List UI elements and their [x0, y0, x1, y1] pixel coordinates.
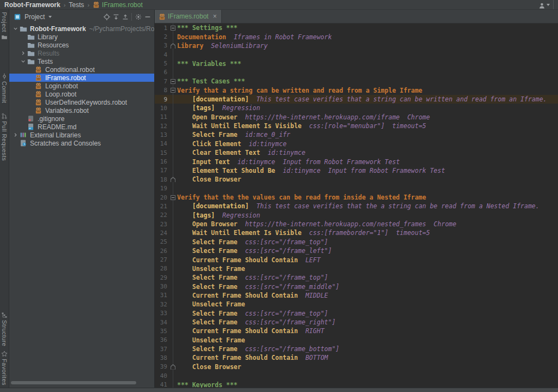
code-text[interactable]: Select Frame css:[src="/frame_right"]: [177, 318, 558, 326]
line-number[interactable]: 38: [155, 354, 169, 361]
code-text[interactable]: Documentation Iframes in Robot Framework: [177, 33, 558, 41]
line-number[interactable]: 11: [155, 113, 169, 120]
code-line-9[interactable]: 9 [documentation] This test case verifie…: [155, 95, 558, 104]
code-line-32[interactable]: 32 Unselect Frame: [155, 300, 558, 309]
tree-item-scratches-and-consoles[interactable]: Scratches and Consoles: [9, 139, 154, 147]
line-number[interactable]: 4: [155, 51, 169, 58]
fold-collapse-icon[interactable]: [171, 79, 175, 84]
code-text[interactable]: Select Frame css:[src="/frame_left"]: [177, 247, 558, 255]
code-line-41[interactable]: 41*** Keywords ***: [155, 380, 558, 388]
code-text[interactable]: [documentation] This test case verifies …: [177, 95, 558, 103]
code-line-39[interactable]: 39 Close Browser: [155, 363, 558, 371]
close-icon[interactable]: ×: [213, 13, 217, 20]
fold-end-icon[interactable]: [171, 364, 175, 370]
code-line-5[interactable]: 5*** Variables ***: [155, 59, 558, 68]
code-text[interactable]: Select Frame css:[src="/frame_bottom"]: [177, 345, 558, 353]
user-icon[interactable]: [538, 2, 545, 8]
code-line-23[interactable]: 23 Open Browser https://the-internet.her…: [155, 220, 558, 228]
user-menu[interactable]: [538, 0, 554, 9]
code-text[interactable]: Select Frame css:[src="/frame_top"]: [177, 310, 558, 317]
code-line-1[interactable]: 1*** Settings ***: [155, 23, 558, 32]
code-line-31[interactable]: 31 Current Frame Should Contain MIDDLE: [155, 291, 558, 300]
code-text[interactable]: Input Text id:tinymce Input from Robot F…: [177, 158, 558, 166]
tree-item-userdefinedkeywords-robot[interactable]: UserDefinedKeywords.robot: [9, 98, 154, 106]
code-line-14[interactable]: 14 Click Element id:tinymce: [155, 140, 558, 148]
code-line-20[interactable]: 20Verify that the the values can be read…: [155, 193, 558, 202]
code-line-30[interactable]: 30 Select Frame css:[src="/frame_middle"…: [155, 282, 558, 291]
line-number[interactable]: 7: [155, 78, 169, 85]
fold-gutter[interactable]: [169, 193, 177, 202]
code-text[interactable]: *** Settings ***: [177, 24, 558, 32]
code-line-40[interactable]: 40: [155, 371, 558, 380]
line-number[interactable]: 32: [155, 301, 169, 308]
code-line-2[interactable]: 2Documentation Iframes in Robot Framewor…: [155, 32, 558, 41]
hide-icon[interactable]: [143, 12, 152, 21]
code-line-21[interactable]: 21 [documentation] This test case verifi…: [155, 202, 558, 210]
tree-item-variables-robot[interactable]: Variables.robot: [9, 106, 154, 114]
fold-collapse-icon[interactable]: [171, 26, 175, 31]
line-number[interactable]: 3: [155, 42, 169, 49]
code-text[interactable]: Select Frame id:mce_0_ifr: [177, 131, 558, 138]
code-line-17[interactable]: 17 Element Text Should Be id:tinymce Inp…: [155, 166, 558, 175]
code-line-11[interactable]: 11 Open Browser https://the-internet.her…: [155, 113, 558, 122]
code-text[interactable]: Select Frame css:[src="/frame_top"]: [177, 238, 558, 246]
line-number[interactable]: 6: [155, 69, 169, 76]
code-line-34[interactable]: 34 Select Frame css:[src="/frame_right"]: [155, 318, 558, 327]
line-number[interactable]: 5: [155, 60, 169, 67]
line-number[interactable]: 10: [155, 105, 169, 112]
code-line-16[interactable]: 16 Input Text id:tinymce Input from Robo…: [155, 157, 558, 166]
code-line-18[interactable]: 18 Close Browser: [155, 175, 558, 184]
line-number[interactable]: 28: [155, 265, 169, 272]
tree-item-iframes-robot[interactable]: IFrames.robot: [9, 74, 154, 82]
horizontal-scrollbar[interactable]: [11, 381, 136, 384]
fold-collapse-icon[interactable]: [171, 195, 175, 200]
code-line-36[interactable]: 36 Unselect Frame: [155, 336, 558, 345]
breadcrumb-item-iframes.robot[interactable]: IFrames.robot: [93, 1, 143, 9]
fold-gutter[interactable]: [169, 77, 177, 86]
toolwindow-button-structure[interactable]: Structure: [1, 310, 8, 348]
code-text[interactable]: Select Frame css:[src="/frame_top"]: [177, 274, 558, 281]
code-text[interactable]: Element Text Should Be id:tinymce Input …: [177, 167, 558, 174]
line-number[interactable]: 22: [155, 212, 169, 219]
toolwindow-button-commit[interactable]: Commit: [1, 71, 8, 105]
line-number[interactable]: 40: [155, 372, 169, 379]
code-text[interactable]: Select Frame css:[src="/frame_middle"]: [177, 283, 558, 291]
tree-item-external-libraries[interactable]: External Libraries: [9, 131, 154, 139]
code-line-15[interactable]: 15 Clear Element Text id:tinymce: [155, 148, 558, 157]
line-number[interactable]: 17: [155, 167, 169, 174]
line-number[interactable]: 21: [155, 203, 169, 210]
code-text[interactable]: *** Variables ***: [177, 60, 558, 68]
code-line-24[interactable]: 24 Wait Until Element Is Visible css:[fr…: [155, 228, 558, 237]
tree-item-robot-framework[interactable]: Robot-Framework~/PycharmProjects/Robot-F…: [9, 25, 154, 33]
code-text[interactable]: Verify that a string can be written and …: [177, 87, 558, 94]
fold-gutter[interactable]: [169, 41, 177, 50]
code-line-28[interactable]: 28 Unselect Frame: [155, 264, 558, 273]
toolwindow-button-project[interactable]: Project: [1, 10, 8, 43]
fold-gutter[interactable]: [169, 175, 177, 184]
fold-end-icon[interactable]: [171, 177, 175, 182]
line-number[interactable]: 16: [155, 158, 169, 165]
fold-gutter[interactable]: [169, 363, 177, 371]
line-number[interactable]: 15: [155, 149, 169, 156]
line-number[interactable]: 13: [155, 131, 169, 138]
line-number[interactable]: 8: [155, 87, 169, 94]
code-text[interactable]: Unselect Frame: [177, 265, 558, 273]
code-line-8[interactable]: 8Verify that a string can be written and…: [155, 86, 558, 95]
chevron-down-icon[interactable]: [19, 58, 27, 64]
tree-item--gitignore[interactable]: .gitignore: [9, 114, 154, 123]
code-line-7[interactable]: 7*** Test Cases ***: [155, 77, 558, 86]
code-line-26[interactable]: 26 Select Frame css:[src="/frame_left"]: [155, 246, 558, 255]
expand-all-icon[interactable]: [111, 12, 120, 21]
code-text[interactable]: Close Browser: [177, 176, 558, 183]
code-line-3[interactable]: 3Library SeleniumLibrary: [155, 41, 558, 50]
line-number[interactable]: 12: [155, 123, 169, 130]
line-number[interactable]: 31: [155, 292, 169, 299]
line-number[interactable]: 29: [155, 274, 169, 281]
line-number[interactable]: 1: [155, 25, 169, 32]
chevron-down-icon[interactable]: [48, 16, 52, 18]
tree-item-readme-md[interactable]: README.md: [9, 123, 154, 131]
code-text[interactable]: Current Frame Should Contain LEFT: [177, 256, 558, 264]
code-text[interactable]: Clear Element Text id:tinymce: [177, 149, 558, 156]
tree-item-results[interactable]: Results: [9, 49, 154, 57]
settings-icon[interactable]: [134, 12, 143, 21]
